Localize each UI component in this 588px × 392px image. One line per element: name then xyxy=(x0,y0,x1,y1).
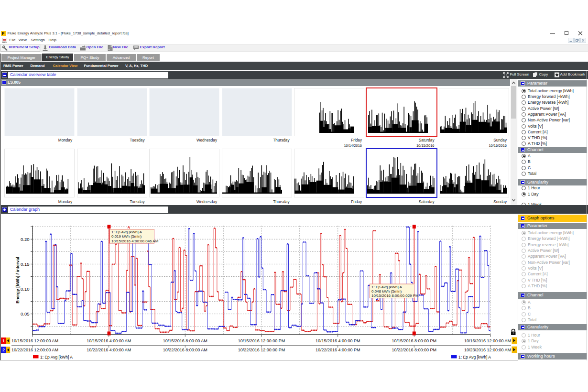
svg-text:0.15: 0.15 xyxy=(21,261,30,267)
svg-text:10/22/2016 8:00:00 AM: 10/22/2016 8:00:00 AM xyxy=(163,348,207,352)
svg-text:0.048 kWh (5min): 0.048 kWh (5min) xyxy=(371,289,402,294)
svg-text:10/15/2016 4:00:00.046 AM: 10/15/2016 4:00:00.046 AM xyxy=(111,239,159,243)
svg-text:10/15/2016 8:00:00.029 PM: 10/15/2016 8:00:00.029 PM xyxy=(371,294,419,298)
svg-text:10/15/2016 12:00:00 AM: 10/15/2016 12:00:00 AM xyxy=(11,338,58,343)
svg-text:10/15/2016 8:00:00 PM: 10/15/2016 8:00:00 PM xyxy=(392,338,437,343)
svg-text:10/22/2016 12:00:00 PM: 10/22/2016 12:00:00 PM xyxy=(238,348,285,352)
svg-text:1: 1 xyxy=(2,338,5,343)
svg-text:0.20: 0.20 xyxy=(21,237,30,242)
svg-text:10/15/2016 8:00:00 AM: 10/15/2016 8:00:00 AM xyxy=(163,338,207,343)
svg-text:0.05: 0.05 xyxy=(21,311,30,316)
svg-text:1: Ep Avg [kWh] A: 1: Ep Avg [kWh] A xyxy=(458,355,491,359)
svg-text:10/15/2016 4:00:00 AM: 10/15/2016 4:00:00 AM xyxy=(87,338,131,343)
svg-text:10/22/2016 4:00:00 AM: 10/22/2016 4:00:00 AM xyxy=(87,348,131,352)
svg-text:0.10: 0.10 xyxy=(21,286,30,292)
svg-text:Energy [kWh] / interval: Energy [kWh] / interval xyxy=(15,257,20,304)
svg-text:10/16/2016 12:00:00 AM: 10/16/2016 12:00:00 AM xyxy=(464,338,511,343)
svg-text:1: Ep Avg [kWh] A: 1: Ep Avg [kWh] A xyxy=(111,230,142,234)
svg-text:10/15/2016 4:00:00 PM: 10/15/2016 4:00:00 PM xyxy=(316,338,360,343)
svg-text:1: Ep Avg [kWh] A: 1: Ep Avg [kWh] A xyxy=(371,285,403,289)
svg-text:10/15/2016 12:00:00 PM: 10/15/2016 12:00:00 PM xyxy=(238,338,285,343)
svg-text:0.019 kWh (5min): 0.019 kWh (5min) xyxy=(111,234,142,239)
svg-text:10/22/2016 12:00:00 AM: 10/22/2016 12:00:00 AM xyxy=(11,348,58,352)
svg-text:1: Ep Avg [kWh] A: 1: Ep Avg [kWh] A xyxy=(40,355,73,359)
svg-text:10/22/2016 8:00:00 PM: 10/22/2016 8:00:00 PM xyxy=(392,348,437,352)
svg-text:10/22/2016 4:00:00 PM: 10/22/2016 4:00:00 PM xyxy=(316,348,360,352)
svg-text:10/23/2016 12:00:00 AM: 10/23/2016 12:00:00 AM xyxy=(464,348,511,352)
svg-text:2: 2 xyxy=(2,348,5,352)
